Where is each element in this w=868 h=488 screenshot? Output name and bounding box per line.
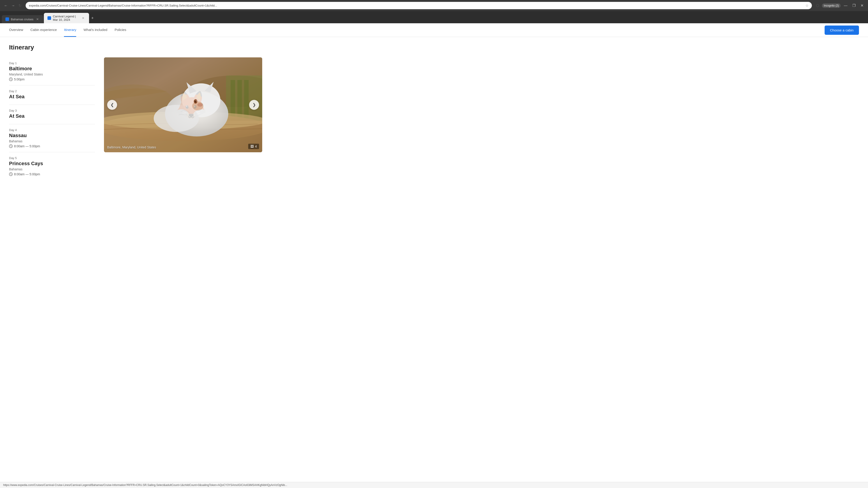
day-sublocation-5: Bahamas: [9, 167, 95, 171]
day-sublocation-1: Maryland, United States: [9, 72, 95, 76]
tab-title-1: Bahamas cruises: [11, 18, 33, 21]
clock-icon-1: [9, 77, 13, 81]
day-item-5: Day 5 Princess Cays Bahamas 8:00am — 5:0…: [9, 152, 95, 180]
status-url: https://www.expedia.com/Cruises/Carnival…: [3, 484, 287, 484]
clock-icon-4: [9, 144, 13, 148]
tab-whats-included[interactable]: What's included: [84, 23, 107, 37]
refresh-button[interactable]: ↻: [17, 2, 23, 8]
day-item-1: Day 1 Baltimore Maryland, United States …: [9, 57, 95, 86]
nav-buttons: ← → ↻: [3, 2, 23, 8]
svg-point-17: [192, 101, 204, 110]
destination-image-container: ❮ ❯ Baltimore, Maryland, United States 🖼…: [104, 57, 262, 152]
day-time-1: 5:00pm: [9, 77, 95, 81]
tab-itinerary[interactable]: Itinerary: [64, 23, 76, 37]
tab-title-2: Carnival Legend | Mar 10, 2024: [53, 15, 79, 22]
tab-favicon-1: [5, 18, 9, 21]
choose-cabin-button[interactable]: Choose a cabin: [825, 26, 859, 35]
day-label-3: Day 3: [9, 109, 95, 112]
tab-bar: Bahamas cruises ✕ Carnival Legend | Mar …: [0, 11, 868, 23]
day-label-2: Day 2: [9, 90, 95, 93]
minimize-button[interactable]: —: [842, 4, 849, 8]
page-content: Overview Cabin experience Itinerary What…: [0, 23, 868, 484]
tab-cabin-experience[interactable]: Cabin experience: [31, 23, 57, 37]
svg-point-21: [197, 103, 203, 107]
day-item-3: Day 3 At Sea: [9, 105, 95, 124]
bookmark-icon[interactable]: ☆: [805, 3, 809, 8]
nav-tabs: Overview Cabin experience Itinerary What…: [9, 23, 126, 37]
itinerary-list: Day 1 Baltimore Maryland, United States …: [9, 57, 95, 180]
svg-point-19: [195, 100, 196, 103]
chevron-right-icon: ❯: [252, 102, 256, 107]
gallery-icon: 🖼: [250, 144, 254, 148]
image-count-badge: 🖼 4: [248, 144, 259, 149]
svg-point-20: [195, 101, 196, 101]
tab-carnival-legend[interactable]: Carnival Legend | Mar 10, 2024 ✕: [44, 13, 89, 23]
image-panel: ❮ ❯ Baltimore, Maryland, United States 🖼…: [104, 57, 262, 180]
clock-icon-5: [9, 172, 13, 176]
image-prev-button[interactable]: ❮: [107, 100, 117, 110]
browser-actions: ⬡ Incognito (2) — ❐ ✕: [815, 2, 865, 8]
day-time-4: 8:00am — 5:00pm: [9, 144, 95, 148]
site-navigation: Overview Cabin experience Itinerary What…: [0, 23, 868, 37]
address-bar[interactable]: expedia.com/Cruises/Carnival-Cruise-Line…: [26, 2, 812, 9]
maximize-button[interactable]: ❐: [850, 3, 857, 8]
day-location-4: Nassau: [9, 133, 95, 138]
day-time-text-1: 5:00pm: [14, 77, 25, 81]
tab-close-1[interactable]: ✕: [35, 17, 40, 22]
day-item-4: Day 4 Nassau Bahamas 8:00am — 5:00pm: [9, 124, 95, 152]
main-content: Itinerary Day 1 Baltimore Maryland, Unit…: [0, 37, 271, 187]
tab-policies[interactable]: Policies: [115, 23, 126, 37]
tab-bahamas-cruises[interactable]: Bahamas cruises ✕: [2, 15, 43, 23]
tab-overview[interactable]: Overview: [9, 23, 23, 37]
back-button[interactable]: ←: [3, 2, 9, 8]
svg-point-18: [194, 99, 197, 104]
image-count-number: 4: [255, 144, 257, 148]
chevron-left-icon: ❮: [111, 102, 114, 107]
forward-button[interactable]: →: [10, 2, 16, 8]
day-label-1: Day 1: [9, 61, 95, 65]
svg-point-14: [182, 84, 220, 117]
browser-window-controls: ← → ↻ expedia.com/Cruises/Carnival-Cruis…: [0, 0, 868, 11]
day-time-text-4: 8:00am — 5:00pm: [14, 144, 40, 148]
day-sublocation-4: Bahamas: [9, 139, 95, 143]
day-location-3: At Sea: [9, 113, 95, 119]
day-location-5: Princess Cays: [9, 161, 95, 166]
day-time-text-5: 8:00am — 5:00pm: [14, 172, 40, 176]
extensions-button[interactable]: ⬡: [815, 2, 820, 8]
address-text: expedia.com/Cruises/Carnival-Cruise-Line…: [29, 4, 804, 7]
svg-rect-9: [244, 80, 249, 121]
day-item-2: Day 2 At Sea: [9, 86, 95, 105]
incognito-badge[interactable]: Incognito (2): [822, 3, 841, 8]
day-label-5: Day 5: [9, 156, 95, 160]
content-layout: Day 1 Baltimore Maryland, United States …: [9, 57, 262, 180]
image-next-button[interactable]: ❯: [249, 100, 259, 110]
page-title: Itinerary: [9, 44, 262, 51]
day-location-1: Baltimore: [9, 66, 95, 72]
destination-image: [104, 57, 262, 152]
day-time-5: 8:00am — 5:00pm: [9, 172, 95, 176]
day-label-4: Day 4: [9, 128, 95, 132]
tab-close-2[interactable]: ✕: [81, 16, 86, 20]
close-window-button[interactable]: ✕: [859, 3, 865, 8]
day-location-2: At Sea: [9, 94, 95, 100]
image-caption: Baltimore, Maryland, United States: [107, 145, 240, 149]
new-tab-button[interactable]: +: [90, 15, 96, 22]
svg-point-22: [154, 105, 199, 132]
status-bar: https://www.expedia.com/Cruises/Carnival…: [0, 482, 868, 484]
tab-favicon-2: [48, 16, 51, 20]
